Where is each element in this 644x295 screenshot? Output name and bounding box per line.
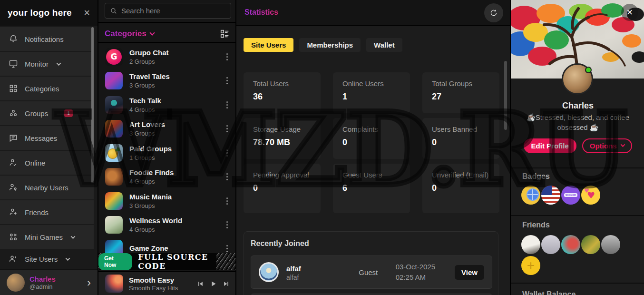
main-header: Statistics	[236, 0, 511, 26]
next-track-icon[interactable]	[223, 280, 230, 287]
more-options-icon[interactable]	[224, 123, 230, 134]
friend-avatar[interactable]	[601, 235, 620, 254]
sidebar-close-icon[interactable]: ×	[84, 8, 90, 18]
sidebar-item-nearby-users[interactable]: Nearby Users	[0, 176, 94, 199]
recently-joined-card: Recently Joined alfaf alfaf Guest 03-Oct…	[244, 231, 498, 295]
search-box[interactable]: Search here	[105, 3, 231, 19]
group-avatar	[105, 120, 123, 138]
add-friend-icon	[9, 207, 18, 217]
tab-memberships[interactable]: Memberships	[299, 38, 361, 52]
group-avatar: G	[105, 48, 123, 66]
usa-flag-badge-icon[interactable]	[541, 186, 560, 205]
member-role: Guest	[341, 268, 396, 276]
search-input[interactable]: Search here	[121, 7, 160, 15]
group-row[interactable]: Foodie Finds 4 Groups	[98, 165, 236, 188]
sidebar-item-site-users[interactable]: Site Users	[0, 250, 94, 268]
current-user-bar[interactable]: Charles @admin ›	[0, 269, 98, 295]
badges-row: WINNER ♥ ♥	[521, 186, 600, 205]
friend-avatar[interactable]	[541, 235, 560, 254]
music-player: Smooth Easy Smooth Easy Hits	[98, 271, 236, 295]
logo-bar: your logo here ×	[0, 0, 98, 26]
group-count: 4 Groups	[129, 106, 161, 113]
chevron-down-icon[interactable]	[149, 30, 155, 35]
winner-badge-icon[interactable]: WINNER	[561, 186, 580, 205]
edit-profile-button[interactable]: Edit Profile	[524, 138, 576, 153]
add-friend-button[interactable]: +	[521, 256, 540, 275]
more-options-icon[interactable]	[224, 243, 230, 254]
more-options-icon[interactable]	[224, 75, 230, 86]
track-subtitle: Smooth Easy Hits	[129, 285, 178, 292]
group-row[interactable]: G Grupo Chat 2 Groups	[98, 45, 236, 69]
more-options-icon[interactable]	[224, 51, 230, 62]
group-row[interactable]: Travel Tales 3 Groups	[98, 69, 236, 92]
sidebar-item-mini-games[interactable]: Mini Games	[0, 225, 94, 249]
view-button[interactable]: View	[455, 265, 484, 280]
member-name-cell: alfaf alfaf	[286, 264, 341, 281]
profile-name: Charles	[511, 101, 644, 111]
group-row[interactable]: Paid Groups 1 Groups	[98, 141, 236, 165]
more-options-icon[interactable]	[224, 219, 230, 230]
friend-avatar[interactable]	[521, 235, 540, 254]
list-view-icon[interactable]	[220, 29, 230, 39]
sidebar-item-label: Monitor	[25, 60, 49, 68]
stat-value: 36	[253, 92, 311, 102]
stat-value: 1	[342, 92, 400, 102]
more-options-icon[interactable]	[224, 148, 230, 158]
group-name: Tech Talk	[129, 96, 161, 106]
options-label: Options	[590, 142, 617, 150]
group-count: 4 Groups	[129, 226, 182, 233]
stat-value: 78.70 MB	[253, 138, 311, 148]
stat-value: 0	[253, 183, 311, 193]
sidebar-item-messages[interactable]: Messages	[0, 126, 94, 150]
group-name: Foodie Finds	[129, 168, 174, 177]
sidebar-item-categories[interactable]: Categories	[0, 77, 94, 100]
sidebar-item-notifications[interactable]: Notifications	[0, 27, 94, 51]
main-content: Statistics Site Users Memberships Wallet…	[235, 0, 510, 295]
stats-tabs: Site Users Memberships Wallet	[244, 38, 402, 52]
tab-site-users[interactable]: Site Users	[244, 38, 293, 52]
get-now-button[interactable]: Get Now	[98, 253, 132, 270]
categories-title[interactable]: Categories	[105, 29, 146, 39]
winner-badge-label: WINNER	[564, 193, 577, 197]
more-options-icon[interactable]	[224, 196, 230, 206]
member-joined-time: 02:25 AM	[396, 272, 455, 283]
globe-badge-icon[interactable]	[521, 186, 540, 205]
tab-wallet[interactable]: Wallet	[366, 38, 402, 52]
stat-label: Complaints	[342, 124, 400, 134]
main-scrollbar[interactable]	[504, 61, 507, 130]
player-controls	[197, 280, 230, 287]
friend-avatar[interactable]	[561, 235, 580, 254]
group-name: Paid Groups	[129, 144, 172, 154]
group-count: 3 Groups	[129, 82, 170, 89]
sidebar-item-label: Site Users	[25, 255, 58, 263]
more-options-icon[interactable]	[224, 99, 230, 110]
sidebar-item-friends[interactable]: Friends	[0, 200, 94, 224]
divider	[98, 42, 236, 43]
group-row[interactable]: Art Lovers 3 Groups	[98, 117, 236, 140]
group-row[interactable]: Music Mania 3 Groups	[98, 189, 236, 213]
table-row[interactable]: alfaf alfaf Guest 03-Oct-2025 02:25 AM V…	[251, 256, 492, 289]
profile-bio: ☕Stressed, blessed, and coffee obsessed …	[520, 113, 635, 132]
friend-avatar[interactable]	[581, 235, 600, 254]
group-avatar	[105, 192, 123, 210]
promo-banner[interactable]: Get Now FULL SOURCE CODE	[98, 253, 236, 270]
sidebar-item-monitor[interactable]: Monitor	[0, 52, 94, 76]
group-name: Music Mania	[129, 192, 172, 202]
group-row[interactable]: Tech Talk 4 Groups	[98, 93, 236, 117]
group-count: 3 Groups	[129, 130, 165, 137]
categories-header: Categories	[105, 26, 230, 41]
play-icon[interactable]	[210, 280, 217, 287]
sidebar-item-groups[interactable]: Groups 1	[0, 101, 94, 125]
hearts-badge-icon[interactable]: ♥ ♥	[581, 186, 600, 205]
more-options-icon[interactable]	[224, 171, 230, 182]
sidebar-item-online[interactable]: Online	[0, 151, 94, 175]
refresh-button[interactable]	[484, 3, 503, 22]
previous-track-icon[interactable]	[197, 280, 204, 287]
panel-close-icon[interactable]: ×	[621, 4, 638, 21]
options-button[interactable]: Options	[582, 138, 633, 153]
sidebar-item-label: Nearby Users	[25, 184, 68, 192]
group-row[interactable]: Wellness World 4 Groups	[98, 213, 236, 236]
chevron-right-icon[interactable]: ›	[87, 276, 91, 289]
stat-value: 6	[342, 183, 400, 193]
sidebar-scrollbar[interactable]	[91, 27, 94, 183]
